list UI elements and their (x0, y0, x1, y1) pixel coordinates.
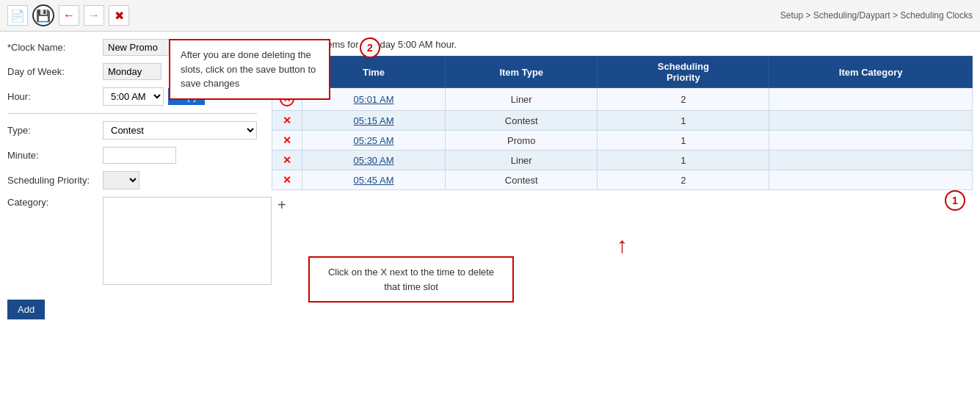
table-row: ✕05:30 AMLiner1 (272, 151, 973, 170)
back-arrow-icon: ← (63, 9, 75, 22)
col-item-type: Item Type (446, 57, 598, 88)
item-type-cell: Liner (446, 151, 598, 170)
new-icon: 📄 (10, 9, 25, 23)
time-link[interactable]: 05:01 AM (354, 94, 394, 105)
type-select[interactable]: Contest (103, 121, 257, 140)
back-button[interactable]: ← (59, 5, 79, 26)
category-row: Category: + (7, 197, 257, 285)
priority-cell: 1 (598, 111, 769, 131)
priority-cell: 2 (598, 88, 769, 111)
type-row: Type: Contest (7, 121, 257, 140)
delete-cell: ✕ (272, 170, 302, 190)
delete-cell: ✕ (272, 111, 302, 131)
table-header-row: Time Item Type SchedulingPriority Item C… (272, 57, 973, 88)
minute-row: Minute: (7, 147, 257, 164)
delete-x[interactable]: ✕ (283, 154, 291, 166)
time-cell: 05:45 AM (302, 170, 446, 190)
time-link[interactable]: 05:45 AM (354, 175, 394, 186)
time-cell: 05:30 AM (302, 151, 446, 170)
category-cell (769, 131, 973, 151)
clock-name-label: *Clock Name: (7, 42, 103, 53)
delete-x[interactable]: ✕ (283, 115, 291, 126)
priority-select[interactable] (103, 171, 139, 189)
callout-save: After you are done deleting the slots, c… (169, 39, 330, 100)
minute-label: Minute: (7, 150, 103, 161)
priority-label: Scheduling Priority: (7, 175, 103, 186)
delete-cell: ✕ (272, 131, 302, 151)
form-divider (7, 113, 257, 114)
category-cell (769, 170, 973, 190)
hour-select[interactable]: 5:00 AM (103, 87, 164, 106)
category-label: Category: (7, 197, 103, 208)
delete-x[interactable]: ✕ (283, 134, 291, 146)
step-1-circle: 1 (945, 190, 965, 211)
time-cell: 05:15 AM (302, 111, 446, 131)
delete-x[interactable]: ✕ (283, 174, 291, 186)
table-row: ✕05:45 AMContest2 (272, 170, 973, 190)
table-row: ✕05:01 AMLiner2 (272, 88, 973, 111)
day-of-week-label: Day of Week: (7, 66, 103, 77)
category-listbox[interactable] (103, 197, 272, 285)
category-cell (769, 151, 973, 170)
add-button[interactable]: Add (7, 300, 45, 319)
priority-row: Scheduling Priority: (7, 171, 257, 189)
new-button[interactable]: 📄 (7, 5, 28, 26)
col-scheduling-priority: SchedulingPriority (598, 57, 769, 88)
time-link[interactable]: 05:15 AM (354, 115, 394, 126)
table-row: ✕05:25 AMPromo1 (272, 131, 973, 151)
priority-cell: 1 (598, 151, 769, 170)
save-button[interactable]: 💾 (32, 4, 54, 26)
item-type-cell: Liner (446, 88, 598, 111)
minute-input[interactable] (103, 147, 176, 164)
item-type-cell: Contest (446, 111, 598, 131)
top-bar: 📄 💾 ← → ✖ Setup > Scheduling/Daypart > S… (0, 0, 980, 32)
priority-cell: 2 (598, 170, 769, 190)
main-content: *Clock Name: ult Day of Week: Hour: 5:00… (0, 32, 980, 327)
day-of-week-input[interactable] (103, 63, 161, 80)
step-2-circle: 2 (360, 37, 380, 58)
save-icon: 💾 (36, 9, 51, 23)
col-item-category: Item Category (769, 57, 973, 88)
breadcrumb: Setup > Scheduling/Daypart > Scheduling … (780, 10, 973, 21)
hour-label: Hour: (7, 91, 103, 102)
delete-icon: ✖ (115, 9, 124, 23)
callout-delete: Click on the X next to the time to delet… (308, 256, 514, 303)
time-link[interactable]: 05:30 AM (354, 155, 394, 166)
time-link[interactable]: 05:25 AM (354, 135, 394, 146)
callout-container: ↑ Click on the X next to the time to del… (272, 234, 973, 303)
time-cell: 05:25 AM (302, 131, 446, 151)
delete-button[interactable]: ✖ (109, 5, 129, 26)
category-cell (769, 88, 973, 111)
priority-cell: 1 (598, 131, 769, 151)
table-row: ✕05:15 AMContest1 (272, 111, 973, 131)
forward-arrow-icon: → (88, 9, 100, 22)
forward-button[interactable]: → (84, 5, 104, 26)
schedule-table: Time Item Type SchedulingPriority Item C… (272, 56, 973, 190)
toolbar: 📄 💾 ← → ✖ (7, 4, 129, 26)
callout-save-text: After you are done deleting the slots, c… (181, 49, 316, 89)
callout-delete-text: Click on the X next to the time to delet… (328, 267, 494, 292)
category-cell (769, 111, 973, 131)
delete-cell: ✕ (272, 151, 302, 170)
item-type-cell: Promo (446, 131, 598, 151)
up-arrow: ↑ (272, 234, 973, 256)
type-label: Type: (7, 125, 103, 136)
table-panel: Scheduling Items for Monday 5:00 AM hour… (272, 39, 973, 319)
item-type-cell: Contest (446, 170, 598, 190)
